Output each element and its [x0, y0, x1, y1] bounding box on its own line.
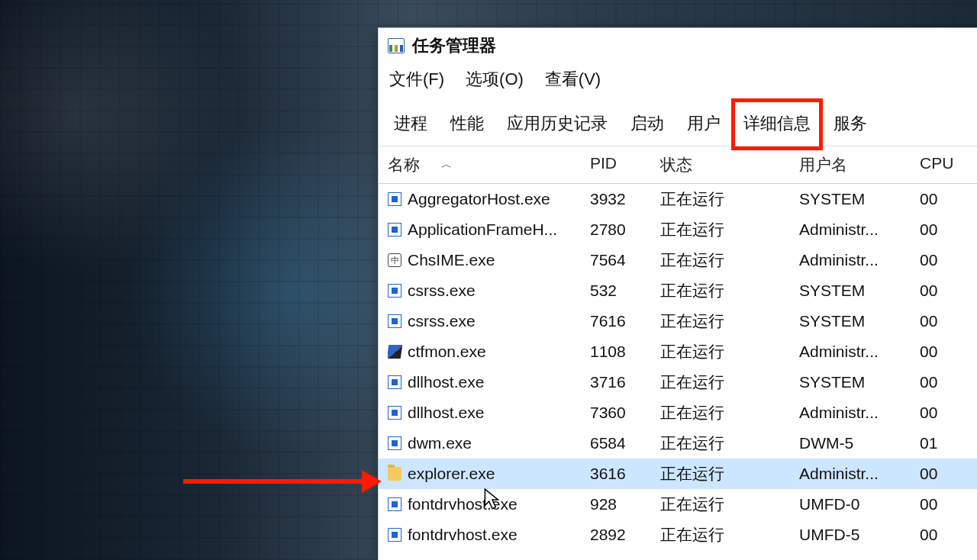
process-name: dwm.exe — [408, 434, 472, 452]
table-row[interactable]: AggregatorHost.exe3932正在运行SYSTEM00 — [379, 184, 977, 214]
process-pid: 7564 — [590, 251, 660, 269]
process-icon — [388, 284, 401, 298]
process-cpu: 00 — [920, 312, 973, 330]
process-name: ChsIME.exe — [408, 251, 495, 269]
process-status: 正在运行 — [660, 402, 799, 423]
process-cpu: 00 — [920, 465, 973, 483]
process-name: explorer.exe — [408, 465, 495, 483]
table-row[interactable]: fontdrvhost.exe928正在运行UMFD-000 — [379, 489, 977, 520]
menu-file[interactable]: 文件(F) — [389, 68, 444, 91]
process-cpu: 00 — [920, 220, 973, 239]
process-cpu: 00 — [920, 282, 973, 300]
table-row[interactable]: ApplicationFrameH...2780正在运行Administr...… — [379, 214, 977, 245]
process-cpu: 00 — [920, 404, 973, 422]
task-manager-icon — [388, 38, 405, 53]
process-name: csrss.exe — [408, 312, 476, 330]
process-user: UMFD-5 — [799, 526, 920, 544]
process-user: Administr... — [799, 465, 920, 483]
process-user: SYSTEM — [799, 282, 920, 300]
tab-services[interactable]: 服务 — [829, 109, 872, 138]
table-row[interactable]: fontdrvhost.exe2892正在运行UMFD-500 — [379, 520, 977, 550]
process-status: 正在运行 — [660, 372, 799, 393]
process-status: 正在运行 — [660, 341, 799, 362]
process-cpu: 00 — [920, 190, 973, 208]
process-status: 正在运行 — [660, 219, 799, 240]
process-status: 正在运行 — [660, 494, 799, 515]
process-cpu: 00 — [920, 251, 973, 269]
process-icon — [388, 253, 401, 267]
titlebar[interactable]: 任务管理器 — [379, 28, 977, 65]
tab-app-history[interactable]: 应用历史记录 — [502, 109, 612, 138]
process-icon — [388, 375, 401, 389]
process-icon — [388, 192, 401, 206]
process-pid: 3616 — [590, 465, 660, 483]
tab-users[interactable]: 用户 — [682, 109, 725, 138]
process-status: 正在运行 — [660, 433, 799, 454]
col-header-user[interactable]: 用户名 — [799, 154, 920, 175]
col-header-pid[interactable]: PID — [590, 154, 660, 175]
table-row[interactable]: ctfmon.exe1108正在运行Administr...00 — [379, 336, 977, 367]
process-pid: 1108 — [590, 343, 660, 361]
table-row[interactable]: dllhost.exe7360正在运行Administr...00 — [379, 397, 977, 428]
menu-bar: 文件(F) 选项(O) 查看(V) — [379, 65, 977, 103]
process-status: 正在运行 — [660, 280, 799, 301]
process-icon — [388, 436, 401, 450]
task-manager-window: 任务管理器 文件(F) 选项(O) 查看(V) 进程 性能 应用历史记录 启动 … — [378, 27, 977, 560]
process-cpu: 00 — [920, 495, 973, 513]
table-row[interactable]: csrss.exe7616正在运行SYSTEM00 — [379, 306, 977, 336]
menu-options[interactable]: 选项(O) — [466, 68, 524, 91]
menu-view[interactable]: 查看(V) — [545, 68, 601, 91]
process-list: AggregatorHost.exe3932正在运行SYSTEM00Applic… — [379, 184, 977, 560]
process-icon — [388, 223, 401, 237]
process-status: 正在运行 — [660, 524, 799, 546]
process-pid: 532 — [590, 282, 660, 300]
process-name: dllhost.exe — [408, 373, 484, 391]
process-name: ApplicationFrameH... — [408, 220, 557, 239]
process-pid: 928 — [590, 495, 660, 513]
process-status: 正在运行 — [660, 463, 799, 484]
process-user: DWM-5 — [799, 434, 920, 452]
process-status: 正在运行 — [660, 311, 799, 332]
table-row[interactable]: ChsIME.exe7564正在运行Administr...00 — [379, 245, 977, 275]
process-name: fontdrvhost.exe — [408, 526, 518, 544]
process-status: 正在运行 — [660, 188, 799, 210]
process-user: Administr... — [799, 404, 920, 422]
process-name: csrss.exe — [408, 282, 476, 300]
process-icon — [388, 314, 401, 328]
process-cpu: 00 — [920, 343, 973, 361]
process-icon — [388, 528, 401, 542]
process-name: fontdrvhost.exe — [408, 495, 518, 513]
process-user: SYSTEM — [799, 373, 920, 391]
process-pid: 2780 — [590, 220, 660, 239]
tab-processes[interactable]: 进程 — [389, 109, 432, 138]
process-icon — [388, 345, 402, 359]
col-header-name[interactable]: 名称 ︿ — [388, 154, 590, 175]
col-header-status[interactable]: 状态 — [660, 154, 799, 175]
process-icon — [388, 467, 401, 481]
tab-bar: 进程 性能 应用历史记录 启动 用户 详细信息 服务 — [379, 103, 977, 146]
process-pid: 7360 — [590, 404, 660, 422]
process-user: Administr... — [799, 220, 920, 239]
table-row[interactable]: csrss.exe532正在运行SYSTEM00 — [379, 275, 977, 306]
window-title: 任务管理器 — [412, 34, 496, 57]
process-icon — [388, 406, 401, 420]
process-name: dllhost.exe — [408, 404, 484, 422]
tab-details[interactable]: 详细信息 — [739, 109, 815, 138]
process-pid: 3932 — [590, 190, 660, 208]
process-cpu: 01 — [920, 434, 973, 452]
table-row[interactable]: explorer.exe3616正在运行Administr...00 — [379, 459, 977, 489]
sort-ascending-icon: ︿ — [441, 158, 452, 172]
tab-performance[interactable]: 性能 — [446, 109, 488, 138]
table-row[interactable]: dwm.exe6584正在运行DWM-501 — [379, 428, 977, 459]
process-pid: 2892 — [590, 526, 660, 544]
process-cpu: 00 — [920, 526, 973, 544]
process-cpu: 00 — [920, 373, 973, 391]
col-header-cpu[interactable]: CPU — [920, 154, 973, 175]
process-pid: 3716 — [590, 373, 660, 391]
process-pid: 6584 — [590, 434, 660, 452]
process-pid: 7616 — [590, 312, 660, 330]
tab-startup[interactable]: 启动 — [626, 109, 669, 138]
process-name: ctfmon.exe — [408, 343, 486, 361]
process-status: 正在运行 — [660, 249, 799, 271]
table-row[interactable]: dllhost.exe3716正在运行SYSTEM00 — [379, 367, 977, 397]
